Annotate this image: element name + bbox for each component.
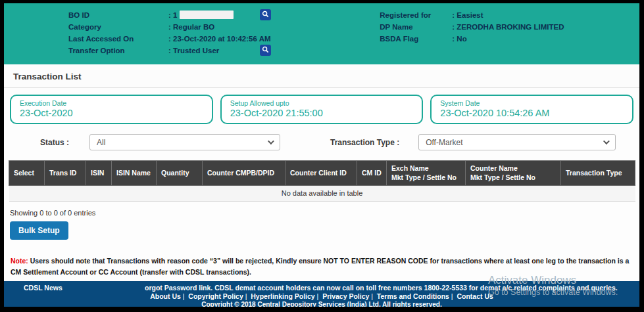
footer-links: About UsCopyright PolicyHyperlinking Pol… <box>4 292 639 300</box>
transfer-option-row: Transfer Option : Trusted User <box>68 45 353 56</box>
transfer-option-value: : Trusted User <box>168 47 219 55</box>
bo-id-value: : 1 <box>168 11 234 19</box>
bsda-flag-value: : No <box>452 35 466 43</box>
page-title: Transaction List <box>13 72 630 81</box>
setup-allowed-value: 23-Oct-2020 21:55:00 <box>230 108 414 118</box>
account-info-right: Registered for : Easiest DP Name : ZEROD… <box>353 9 639 56</box>
footer-link-terms-conditions[interactable]: Terms and Conditions <box>377 292 457 300</box>
dp-name-value: : ZERODHA BROKING LIMITED <box>452 23 564 31</box>
chevron-down-icon <box>268 138 274 145</box>
footer-link-about-us[interactable]: About Us <box>150 292 188 300</box>
category-row: Category : Regular BO <box>68 21 353 32</box>
bo-id-redaction-box <box>180 11 234 19</box>
search-icon <box>262 45 269 55</box>
bsda-flag-row: BSDA Flag : No <box>380 33 639 44</box>
note-prefix: Note: <box>11 257 28 265</box>
table-header-row: Select Trans ID ISIN ISIN Name Quantity … <box>9 161 635 186</box>
chevron-down-icon <box>603 138 610 145</box>
execution-date-box: Execution Date 23-Oct-2020 <box>10 95 213 124</box>
column-header-cm-id[interactable]: CM ID <box>357 161 387 186</box>
registered-for-row: Registered for : Easiest <box>380 9 639 20</box>
column-header-counter-name[interactable]: Counter NameMkt Type / Settle No <box>466 161 561 186</box>
note-text: Note: Users should note that Transaction… <box>11 256 633 277</box>
transaction-type-selected-value: Off-Market <box>426 138 462 147</box>
easiest-portal-page: BO ID : 1 Category : Regular BO Last Acc… <box>4 3 639 307</box>
column-header-transaction-type[interactable]: Transaction Type <box>561 161 635 186</box>
status-selected-value: All <box>97 138 105 147</box>
transfer-option-label: Transfer Option <box>68 47 168 55</box>
system-date-value: 23-Oct-2020 10:54:26 AM <box>440 108 624 118</box>
column-header-counter-client-id[interactable]: Counter Client ID <box>285 161 357 186</box>
transaction-type-filter-label: Transaction Type : <box>330 138 399 147</box>
footer-news-line: CDSL News orgot Password link. CDSL dema… <box>4 281 639 291</box>
footer-link-copyright-policy[interactable]: Copyright Policy <box>188 292 251 300</box>
bo-id-row: BO ID : 1 <box>68 9 353 20</box>
bulk-setup-button[interactable]: Bulk Setup <box>10 221 68 240</box>
account-info-panel: BO ID : 1 Category : Regular BO Last Acc… <box>4 3 639 64</box>
execution-date-value: 23-Oct-2020 <box>20 108 203 118</box>
setup-allowed-label: Setup Allowed upto <box>230 99 414 107</box>
news-ticker: orgot Password link. CDSL demat account … <box>145 284 618 292</box>
system-date-box: System Date 23-Oct-2020 10:54:26 AM <box>430 95 633 124</box>
registered-for-label: Registered for <box>380 11 452 19</box>
footer-link-hyperlinking-policy[interactable]: Hyperlinking Policy <box>251 292 322 300</box>
last-accessed-value: : 23-Oct-2020 at 10:42:56 AM <box>168 35 271 43</box>
column-header-isin[interactable]: ISIN <box>86 161 112 186</box>
empty-table-message: No data available in table <box>9 186 635 202</box>
column-header-isin-name[interactable]: ISIN Name <box>112 161 157 186</box>
transactions-table: Select Trans ID ISIN ISIN Name Quantity … <box>9 160 635 202</box>
bo-id-search-button[interactable] <box>260 9 271 20</box>
search-icon <box>262 10 269 20</box>
registered-for-value: : Easiest <box>452 11 483 19</box>
note-body: Users should note that Transactions with… <box>11 257 629 275</box>
entries-summary: Showing 0 to 0 of 0 entries <box>10 209 633 217</box>
date-info-boxes: Execution Date 23-Oct-2020 Setup Allowed… <box>10 95 633 124</box>
account-info-left: BO ID : 1 Category : Regular BO Last Acc… <box>4 9 353 56</box>
execution-date-label: Execution Date <box>20 99 203 107</box>
footer-link-privacy-policy[interactable]: Privacy Policy <box>322 292 377 300</box>
transfer-option-search-button[interactable] <box>260 45 271 56</box>
setup-allowed-box: Setup Allowed upto 23-Oct-2020 21:55:00 <box>220 95 424 124</box>
transaction-type-select[interactable]: Off-Market <box>418 134 616 150</box>
status-select[interactable]: All <box>89 134 280 150</box>
column-header-counter-cmpb-dpid[interactable]: Counter CMPB/DPID <box>203 161 285 186</box>
screen-frame: BO ID : 1 Category : Regular BO Last Acc… <box>0 0 644 312</box>
category-label: Category <box>68 23 168 31</box>
footer-link-contact-us[interactable]: Contact Us <box>457 292 493 300</box>
bo-id-label: BO ID <box>68 11 168 19</box>
bsda-flag-label: BSDA Flag <box>380 35 452 43</box>
column-header-quantity[interactable]: Quantity <box>157 161 203 186</box>
system-date-label: System Date <box>440 99 624 107</box>
cdsl-news-label: CDSL News <box>24 284 62 292</box>
last-accessed-row: Last Accessed On : 23-Oct-2020 at 10:42:… <box>68 33 353 44</box>
last-accessed-label: Last Accessed On <box>68 35 168 43</box>
category-value: : Regular BO <box>168 23 214 31</box>
dp-name-row: DP Name : ZERODHA BROKING LIMITED <box>380 21 639 32</box>
title-band: Transaction List <box>4 64 639 88</box>
empty-table-row: No data available in table <box>9 186 635 202</box>
status-filter-label: Status : <box>40 138 69 147</box>
dp-name-label: DP Name <box>380 23 452 31</box>
footer-bar: CDSL News orgot Password link. CDSL dema… <box>4 281 639 307</box>
filters-row: Status : All Transaction Type : Off-Mark… <box>4 134 639 150</box>
column-header-exch-name[interactable]: Exch NameMkt Type / Settle No <box>387 161 466 186</box>
footer-copyright: Copyright © 2018 Central Depository Serv… <box>4 301 639 307</box>
column-header-trans-id[interactable]: Trans ID <box>45 161 86 186</box>
column-header-select[interactable]: Select <box>9 161 45 186</box>
